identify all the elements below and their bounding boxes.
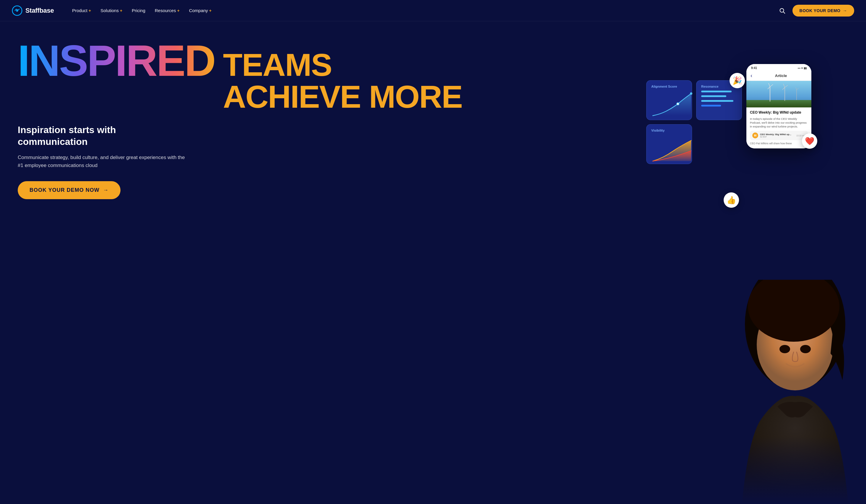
navigation: Staffbase Product + Solutions + Pricing … [0, 0, 866, 21]
nav-actions: BOOK YOUR DEMO → [777, 5, 854, 16]
search-button[interactable] [777, 5, 788, 16]
visibility-widget: Visibility [646, 124, 692, 164]
hero-left: Inspiration starts withcommunication Com… [18, 124, 189, 199]
article-headline: CEO Weekly: Big WINd update [750, 110, 808, 115]
visibility-title: Visibility [651, 129, 687, 132]
pause-icon [754, 134, 757, 137]
staffbase-logo-icon [12, 5, 22, 16]
search-icon [779, 7, 785, 14]
mobile-content: CEO Weekly: Big WINd update In today's e… [746, 107, 811, 148]
podcast-play-button[interactable] [752, 133, 758, 138]
nav-product[interactable]: Product + [68, 5, 95, 15]
svg-rect-19 [754, 135, 755, 137]
hero-cta-button[interactable]: BOOK YOUR DEMO NOW → [18, 181, 121, 199]
mobile-nav-bar: ‹ Article [746, 71, 811, 81]
svg-rect-28 [724, 280, 866, 504]
sparkle-emoji: 🎉 [730, 73, 745, 88]
alignment-score-chart [651, 91, 692, 117]
svg-rect-7 [746, 100, 811, 107]
nav-demo-button[interactable]: BOOK YOUR DEMO → [792, 5, 854, 16]
nav-company[interactable]: Company + [185, 5, 215, 15]
visibility-chart [651, 135, 692, 164]
thumbs-emoji: 👍 [724, 192, 739, 208]
heart-emoji: ❤️ [802, 133, 817, 149]
nav-pricing[interactable]: Pricing [127, 5, 149, 15]
hero-body: Communicate strategy, build culture, and… [18, 153, 189, 169]
person-photo [724, 280, 866, 504]
nav-solutions[interactable]: Solutions + [96, 5, 126, 15]
nav-links: Product + Solutions + Pricing Resources … [68, 5, 776, 15]
alignment-score-widget: Alignment Score [646, 80, 692, 120]
wind-turbines-illustration [746, 81, 811, 107]
article-hero-image [746, 81, 811, 107]
back-icon: ‹ [751, 72, 752, 79]
svg-rect-20 [756, 135, 756, 137]
podcast-title: CEO Weekly: Big WINd up... [760, 133, 795, 136]
nav-resources[interactable]: Resources + [151, 5, 184, 15]
podcast-sub: S2 E07 [760, 136, 795, 138]
resonance-lines [701, 91, 737, 106]
teams-achieve-text: TEAMSACHIEVE MORE [223, 49, 462, 113]
svg-point-1 [16, 10, 18, 12]
podcast-row: CEO Weekly: Big WINd up... S2 E07 22:22 … [750, 131, 808, 140]
article-body: In today's episode of the CEO Weekly Pod… [750, 117, 808, 129]
hero-subtitle: Inspiration starts withcommunication [18, 124, 189, 148]
inspired-text: INSPIRED [18, 39, 215, 83]
svg-point-4 [690, 92, 692, 95]
mobile-card: 9:41 ▪▪▪ ▾ ▮▮ ‹ Article [746, 64, 811, 148]
svg-line-3 [783, 12, 785, 13]
hero-section: INSPIRED TEAMSACHIEVE MORE Inspiration s… [0, 21, 866, 504]
mobile-status-bar: 9:41 ▪▪▪ ▾ ▮▮ [746, 64, 811, 71]
logo-link[interactable]: Staffbase [12, 5, 54, 16]
more-text: CEO Pat Wilkins will share how these [750, 142, 808, 146]
svg-point-5 [677, 103, 679, 105]
alignment-score-title: Alignment Score [651, 85, 687, 88]
mobile-screen-title: Article [755, 73, 807, 78]
brand-name: Staffbase [25, 7, 54, 14]
